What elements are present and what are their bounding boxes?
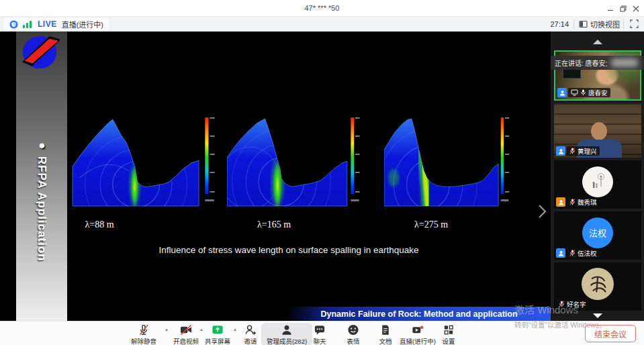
participant-name: 唐春安: [588, 88, 608, 97]
document-icon: [379, 324, 392, 336]
screen-share-icon: [211, 324, 224, 336]
participant-tile-wufaquan[interactable]: 法权 伍法权: [554, 211, 641, 260]
restore-icon[interactable]: [618, 3, 629, 13]
microphone-on-icon: [580, 89, 586, 96]
meeting-duration: 27:14: [550, 17, 569, 32]
camera-off-icon: [179, 324, 193, 336]
live-badge: LIVE: [38, 19, 57, 29]
status-bar: LIVE 直播(进行中) 27:14 切换视图: [0, 17, 644, 32]
microphone-muted-icon: [569, 250, 576, 256]
settings-button[interactable]: 设置: [424, 324, 473, 345]
simulation-image-3: [384, 99, 515, 216]
sim-label-1: λ=88 m: [73, 219, 126, 230]
participant-name: 黄理兴: [578, 146, 597, 156]
divider: [623, 19, 624, 29]
live-broadcast-icon: [411, 324, 424, 336]
switch-view-button[interactable]: 切换视图: [579, 17, 620, 32]
live-status-text[interactable]: 直播(进行中): [62, 19, 103, 30]
up-arrow-icon: [593, 40, 602, 44]
colorbar: [501, 117, 504, 194]
slide-vertical-title: ● RFPA Application: [16, 139, 67, 340]
monitor-chip-icon: [571, 89, 578, 96]
simulation-image-2: [227, 99, 366, 216]
participant-name: 好名字: [567, 299, 586, 309]
scroll-up-arrow[interactable]: [551, 40, 644, 44]
minimize-icon[interactable]: [605, 3, 616, 13]
presentation-title-band: Dynamic Failure of Rock: Method and appl…: [287, 307, 551, 321]
speaking-banner: 正在讲话: 唐春安;: [551, 56, 644, 70]
microphone-muted-icon: [569, 148, 576, 154]
sim-label-3: λ=275 m: [404, 219, 458, 230]
colorbar: [351, 117, 354, 194]
meeting-window: 47* *** *50 LIVE 直播(进行中): [0, 0, 644, 345]
participant-tile-weixiuqi[interactable]: 魏秀琪: [554, 160, 641, 209]
signal-bars-icon: [23, 20, 33, 28]
close-icon[interactable]: [631, 3, 641, 13]
participants-panel: 唐春安 正在讲话: 唐春安;: [551, 32, 644, 321]
avatar: 法权: [582, 217, 613, 248]
participant-tile-huanglixing[interactable]: 黄理兴: [554, 103, 641, 158]
person-chip-icon: [556, 146, 565, 156]
colorbar: [205, 117, 208, 194]
scroll-down-arrow[interactable]: [551, 313, 644, 318]
participant-name: 魏秀琪: [578, 197, 597, 207]
person-chip-icon: [556, 197, 565, 207]
participant-name: 伍法权: [578, 248, 597, 258]
microphone-muted-icon: [559, 301, 565, 307]
slide-caption: Influence of stress wave length on surfa…: [81, 245, 497, 255]
participant-tile-haomingzi[interactable]: 好名字: [554, 262, 641, 311]
members-icon: [280, 324, 293, 336]
shield-icon[interactable]: [9, 20, 18, 29]
person-chip-icon: [556, 248, 565, 258]
shared-screen-area: ● RFPA Application: [0, 32, 551, 321]
sim-label-2: λ=165 m: [247, 219, 301, 230]
window-title: 47* *** *50: [0, 0, 644, 17]
invite-icon: [244, 324, 257, 336]
down-arrow-icon: [593, 313, 602, 318]
bottom-toolbar: 解除静音 ▲ 开启视频 ▲ 共享屏幕 ▲: [0, 321, 644, 345]
rfpa-logo: [21, 34, 60, 70]
fullscreen-icon[interactable]: [630, 19, 639, 30]
person-chip-icon: [557, 88, 567, 97]
microphone-muted-icon: [137, 324, 150, 336]
simulation-image-1: [70, 99, 222, 216]
unmute-button[interactable]: 解除静音: [120, 324, 168, 345]
apps-grid-icon: [442, 324, 455, 336]
next-chevron-icon[interactable]: [536, 203, 548, 219]
end-meeting-button[interactable]: 结束会议: [585, 325, 636, 342]
avatar: [582, 268, 614, 300]
blurred-names: [611, 58, 638, 67]
live-status-group: LIVE 直播(进行中): [4, 18, 109, 30]
switch-view-label: 切换视图: [590, 19, 620, 30]
emoji-icon: [347, 324, 360, 336]
title-bar: 47* *** *50: [0, 0, 644, 17]
switch-view-icon: [579, 20, 588, 28]
chat-icon: [313, 324, 326, 336]
divider: [573, 19, 574, 29]
presentation-title: Dynamic Failure of Rock: Method and appl…: [320, 309, 517, 319]
microphone-muted-icon: [569, 199, 576, 205]
person-silhouette: [591, 122, 607, 140]
avatar: [582, 166, 613, 197]
